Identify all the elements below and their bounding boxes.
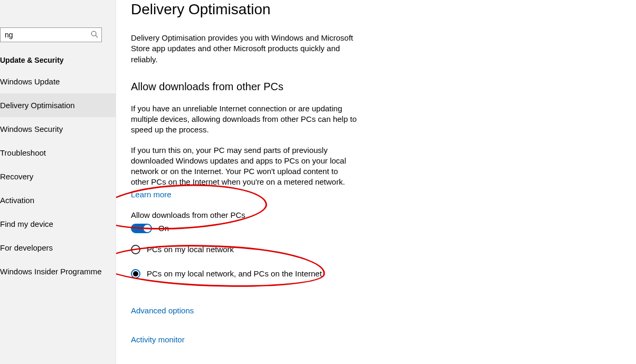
sidebar-item-label: Windows Insider Programme xyxy=(0,267,102,276)
radio-label: PCs on my local network xyxy=(147,245,234,254)
main-content: Delivery Optimisation Delivery Optimisat… xyxy=(116,0,636,364)
sidebar-item-find-my-device[interactable]: Find my device xyxy=(0,212,116,236)
sidebar-item-for-developers[interactable]: For developers xyxy=(0,236,116,260)
sidebar-item-delivery-optimisation[interactable]: Delivery Optimisation xyxy=(0,93,116,117)
section-heading: Allow downloads from other PCs xyxy=(131,81,636,93)
activity-monitor-link[interactable]: Activity monitor xyxy=(131,335,185,344)
sidebar-item-label: Windows Update xyxy=(0,77,60,86)
page-title: Delivery Optimisation xyxy=(131,1,636,18)
radio-local-and-internet[interactable]: PCs on my local network, and PCs on the … xyxy=(131,269,636,279)
svg-line-1 xyxy=(96,35,98,37)
sidebar-item-label: For developers xyxy=(0,243,53,252)
radio-icon xyxy=(131,245,140,254)
sidebar-item-label: Windows Security xyxy=(0,124,63,133)
sidebar-item-recovery[interactable]: Recovery xyxy=(0,165,116,188)
section-para-1: If you have an unreliable Internet conne… xyxy=(131,103,358,136)
sidebar: Update & Security Windows Update Deliver… xyxy=(0,0,116,364)
sidebar-item-label: Delivery Optimisation xyxy=(0,101,75,110)
radio-label: PCs on my local network, and PCs on the … xyxy=(147,269,322,278)
radio-local-network[interactable]: PCs on my local network xyxy=(131,245,636,254)
radio-icon-selected xyxy=(131,269,140,279)
sidebar-item-label: Activation xyxy=(0,196,34,205)
sidebar-item-label: Recovery xyxy=(0,172,33,181)
search-icon xyxy=(91,31,98,40)
page-intro: Delivery Optimisation provides you with … xyxy=(131,33,358,65)
svg-point-0 xyxy=(91,31,96,36)
section-para-2: If you turn this on, your PC may send pa… xyxy=(131,145,358,188)
sidebar-section-header: Update & Security xyxy=(0,51,116,70)
sidebar-item-troubleshoot[interactable]: Troubleshoot xyxy=(0,141,116,165)
search-input-container[interactable] xyxy=(0,27,102,42)
sidebar-item-windows-insider[interactable]: Windows Insider Programme xyxy=(0,260,116,283)
advanced-options-link[interactable]: Advanced options xyxy=(131,306,194,315)
learn-more-link[interactable]: Learn more xyxy=(131,190,172,199)
toggle-knob xyxy=(144,225,151,232)
sidebar-item-windows-update[interactable]: Windows Update xyxy=(0,70,116,93)
sidebar-item-label: Find my device xyxy=(0,219,53,228)
sidebar-item-windows-security[interactable]: Windows Security xyxy=(0,117,116,141)
search-input[interactable] xyxy=(4,30,85,40)
sidebar-item-activation[interactable]: Activation xyxy=(0,188,116,212)
allow-downloads-toggle[interactable] xyxy=(131,224,152,233)
toggle-state-label: On xyxy=(158,224,169,233)
sidebar-item-label: Troubleshoot xyxy=(0,148,46,157)
toggle-label: Allow downloads from other PCs xyxy=(131,210,636,219)
